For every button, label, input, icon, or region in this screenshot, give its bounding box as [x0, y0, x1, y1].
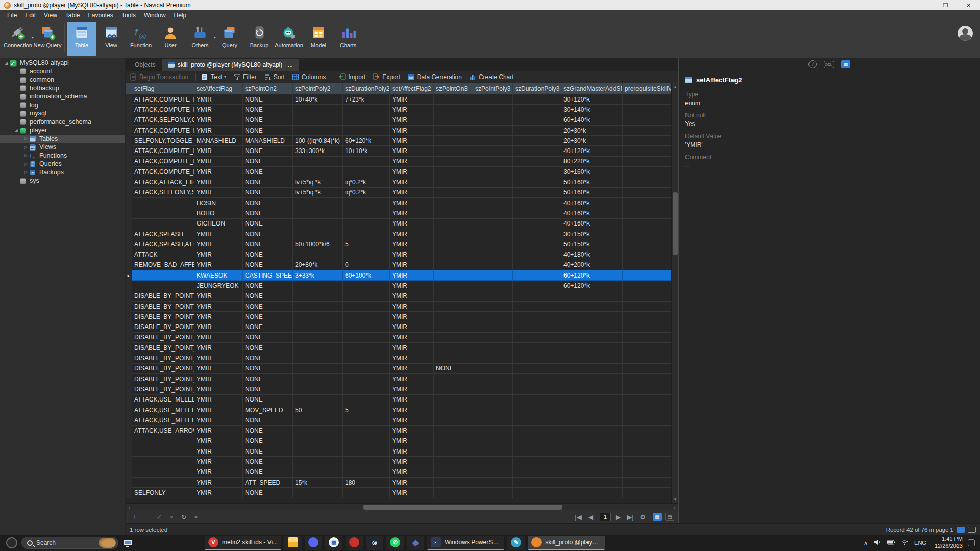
- delete-record-button[interactable]: −: [142, 513, 152, 521]
- table-cell[interactable]: NONE: [243, 364, 293, 374]
- table-cell[interactable]: [473, 353, 513, 363]
- table-cell[interactable]: ATTACK,SPLASH,ATTACK_: [132, 239, 194, 249]
- table-cell[interactable]: JEUNGRYEOK: [194, 281, 243, 291]
- table-cell[interactable]: [623, 146, 671, 156]
- table-cell[interactable]: [434, 343, 473, 353]
- table-cell[interactable]: YMIR: [390, 467, 434, 478]
- table-cell[interactable]: NONE: [243, 302, 293, 312]
- table-cell[interactable]: [434, 446, 473, 457]
- table-cell[interactable]: [513, 291, 561, 302]
- table-cell[interactable]: [561, 415, 623, 425]
- table-cell[interactable]: YMIR: [390, 281, 434, 291]
- table-cell[interactable]: [561, 374, 623, 384]
- table-cell[interactable]: [293, 291, 343, 302]
- table-cell[interactable]: [561, 405, 623, 415]
- table-cell[interactable]: NONE: [243, 426, 293, 436]
- table-cell[interactable]: YMIR: [194, 322, 243, 333]
- table-cell[interactable]: [293, 374, 343, 384]
- table-cell[interactable]: [473, 415, 513, 425]
- table-cell[interactable]: YMIR: [390, 343, 434, 353]
- table-cell[interactable]: YMIR: [194, 405, 243, 415]
- expand-arrow-icon[interactable]: ▷: [22, 145, 29, 149]
- grid-view-icon[interactable]: ▦: [841, 60, 850, 68]
- table-cell[interactable]: [473, 219, 513, 229]
- table-cell[interactable]: [434, 457, 473, 467]
- table-cell[interactable]: iq*0.2*k: [343, 188, 390, 198]
- table-cell[interactable]: [473, 343, 513, 353]
- toolbar-button-function[interactable]: f(x)Function: [126, 22, 156, 56]
- table-cell[interactable]: [473, 146, 513, 156]
- table-cell[interactable]: NONE: [243, 126, 293, 136]
- table-cell[interactable]: [623, 384, 671, 394]
- table-cell[interactable]: [132, 219, 194, 229]
- table-cell[interactable]: 100-((iq*0.84)*k): [293, 136, 343, 146]
- table-cell[interactable]: NONE: [243, 94, 293, 105]
- table-cell[interactable]: [623, 405, 671, 415]
- table-cell[interactable]: YMIR: [390, 415, 434, 425]
- table-cell[interactable]: [343, 208, 390, 218]
- table-cell[interactable]: [434, 94, 473, 105]
- table-cell[interactable]: YMIR: [194, 312, 243, 322]
- table-cell[interactable]: [434, 208, 473, 218]
- table-cell[interactable]: 50+1000*k/6: [293, 239, 343, 249]
- sidebar-item-performance-schema[interactable]: performance_schema: [0, 118, 125, 127]
- table-cell[interactable]: [132, 281, 194, 291]
- table-cell[interactable]: YMIR: [390, 405, 434, 415]
- table-cell[interactable]: NONE: [243, 146, 293, 156]
- taskbar-circle-icon[interactable]: [6, 537, 17, 548]
- table-cell[interactable]: 40+160*k: [561, 208, 623, 218]
- table-cell[interactable]: [343, 249, 390, 260]
- ddl-icon[interactable]: DDL: [824, 61, 834, 68]
- table-cell[interactable]: 5: [343, 405, 390, 415]
- table-cell[interactable]: YMIR: [390, 374, 434, 384]
- toolbar-button-query[interactable]: Query: [215, 22, 244, 56]
- table-cell[interactable]: [561, 488, 623, 498]
- table-cell[interactable]: [623, 239, 671, 249]
- sidebar-item-information-schema[interactable]: information_schema: [0, 92, 125, 101]
- column-header-szPointOn2[interactable]: szPointOn2: [243, 83, 293, 94]
- menu-item-table[interactable]: Table: [61, 11, 84, 20]
- table-cell[interactable]: YMIR: [390, 302, 434, 312]
- table-cell[interactable]: [293, 281, 343, 291]
- table-cell[interactable]: [293, 157, 343, 167]
- table-cell[interactable]: 40+200*k: [561, 260, 623, 270]
- table-cell[interactable]: NONE: [243, 208, 293, 218]
- table-cell[interactable]: [434, 188, 473, 198]
- sidebar-item-functions[interactable]: ▷fxFunctions: [0, 152, 125, 160]
- table-cell[interactable]: [561, 291, 623, 302]
- table-cell[interactable]: YMIR: [194, 467, 243, 478]
- menu-item-window[interactable]: Window: [140, 11, 170, 20]
- collapse-arrow-icon[interactable]: ◢: [3, 61, 10, 65]
- table-cell[interactable]: [623, 249, 671, 260]
- table-cell[interactable]: [343, 167, 390, 177]
- sidebar-item-mysql[interactable]: mysql: [0, 109, 125, 118]
- status-keyboard-icon[interactable]: [957, 527, 965, 533]
- table-cell[interactable]: DISABLE_BY_POINT_UP: [132, 353, 194, 363]
- table-cell[interactable]: YMIR: [194, 426, 243, 436]
- table-cell[interactable]: YMIR: [390, 353, 434, 363]
- table-cell[interactable]: GICHEON: [194, 219, 243, 229]
- table-cell[interactable]: [623, 208, 671, 218]
- table-cell[interactable]: ATTACK,SELFONLY,SPLASI: [132, 188, 194, 198]
- table-cell[interactable]: ATTACK,USE_MELEE_DAM.: [132, 415, 194, 425]
- table-cell[interactable]: YMIR: [390, 219, 434, 229]
- table-cell[interactable]: [513, 353, 561, 363]
- sidebar-item-queries[interactable]: ▷Queries: [0, 160, 125, 168]
- table-cell[interactable]: NONE: [243, 374, 293, 384]
- table-cell[interactable]: YMIR: [390, 312, 434, 322]
- table-cell[interactable]: 60+140*k: [561, 115, 623, 126]
- scroll-right-icon[interactable]: ›: [671, 504, 678, 511]
- table-cell[interactable]: [473, 312, 513, 322]
- grid-toolbar-sort[interactable]: Sort: [264, 73, 285, 81]
- table-cell[interactable]: BOHO: [194, 208, 243, 218]
- table-cell[interactable]: [343, 302, 390, 312]
- table-cell[interactable]: ATTACK,COMPUTE_MAGIC(: [132, 94, 194, 105]
- table-cell[interactable]: [623, 105, 671, 115]
- table-cell[interactable]: [623, 333, 671, 343]
- table-cell[interactable]: [473, 405, 513, 415]
- table-cell[interactable]: 5: [343, 239, 390, 249]
- table-cell[interactable]: [623, 281, 671, 291]
- table-cell[interactable]: [623, 446, 671, 457]
- table-cell[interactable]: NONE: [243, 105, 293, 115]
- pinned-display-icon[interactable]: [121, 536, 134, 549]
